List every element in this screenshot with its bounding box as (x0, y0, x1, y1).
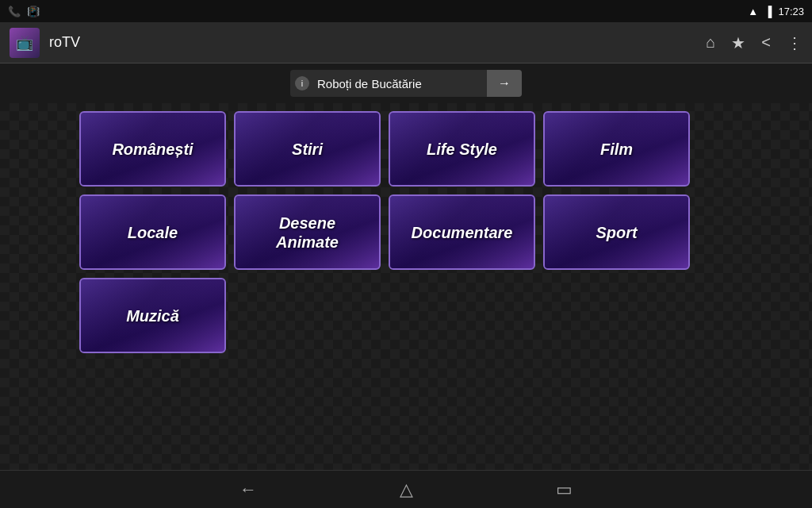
category-muzica[interactable]: Muzică (79, 278, 226, 353)
category-sport[interactable]: Sport (543, 194, 690, 270)
banner-area: i Roboți de Bucătărie → (0, 64, 812, 103)
home-button[interactable]: ⌂ (706, 33, 715, 52)
grid-row-2: Locale Desene Animate Documentare Sport (79, 194, 690, 270)
bottom-nav-bar: ← △ ▭ (0, 470, 812, 508)
category-locale[interactable]: Locale (79, 194, 226, 270)
share-button[interactable]: < (761, 33, 771, 52)
status-bar: 📞 📳 ▲ ▐ 17:23 (0, 0, 812, 22)
category-stiri[interactable]: Stiri (234, 111, 381, 187)
menu-button[interactable]: ⋮ (787, 33, 802, 52)
category-documentare[interactable]: Documentare (389, 194, 535, 270)
battery-icon: ▐ (764, 6, 772, 17)
category-desene-animate[interactable]: Desene Animate (234, 194, 381, 270)
top-bar: 📺 roTV ⌂ ★ < ⋮ (0, 22, 812, 64)
wifi-icon: ▲ (748, 6, 758, 17)
back-button[interactable]: ← (239, 479, 257, 500)
home-nav-button[interactable]: △ (400, 479, 413, 500)
grid-row-3: Muzică (79, 278, 226, 353)
category-romanesti[interactable]: Românești (79, 111, 226, 187)
category-lifestyle[interactable]: Life Style (389, 111, 535, 187)
grid-row-1: Românești Stiri Life Style Film (79, 111, 690, 187)
banner-text: Roboți de Bucătărie (312, 71, 487, 97)
banner-content: i Roboți de Bucătărie → (290, 70, 522, 97)
app-title: roTV (49, 34, 706, 51)
top-bar-actions: ⌂ ★ < ⋮ (706, 33, 802, 52)
banner-info-icon: i (295, 76, 309, 90)
app-logo: 📺 (10, 28, 40, 58)
favorites-button[interactable]: ★ (731, 33, 745, 52)
time-display: 17:23 (778, 6, 804, 17)
recent-apps-button[interactable]: ▭ (556, 479, 573, 500)
sim-icon: 📳 (27, 6, 40, 17)
banner-arrow-button[interactable]: → (487, 70, 522, 97)
category-grid: Românești Stiri Life Style Film Locale D… (0, 103, 812, 470)
phone-icon: 📞 (8, 6, 21, 17)
category-film[interactable]: Film (543, 111, 690, 187)
